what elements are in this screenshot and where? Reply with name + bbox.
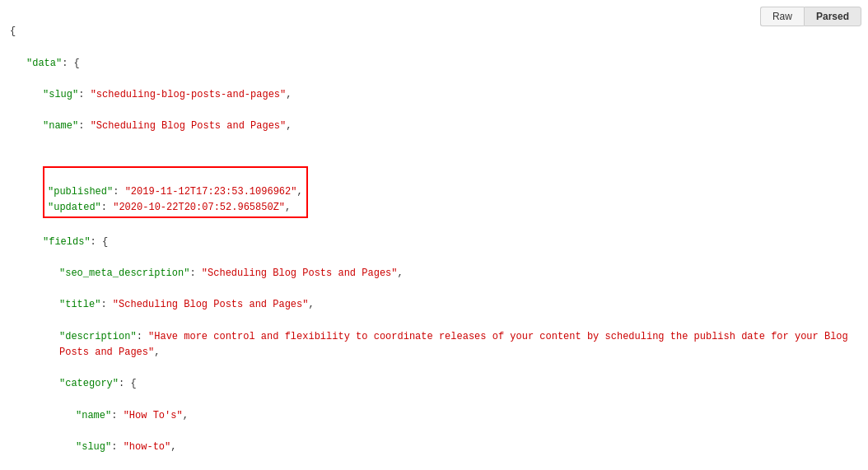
line-cat-name: "name": "How To's", [76, 408, 858, 424]
raw-button[interactable]: Raw [760, 7, 804, 26]
parsed-button[interactable]: Parsed [804, 7, 861, 26]
toolbar: Raw Parsed [760, 7, 861, 26]
line-cat-slug: "slug": "how-to", [76, 440, 858, 455]
line-slug: "slug": "scheduling-blog-posts-and-pages… [43, 87, 858, 103]
line-fields-open: "fields": { [43, 235, 858, 250]
line-highlighted: "published": "2019-11-12T17:23:53.109696… [10, 151, 858, 219]
line-category-open: "category": { [59, 376, 858, 392]
line-open-brace: { [10, 24, 858, 40]
line-data: "data": { [26, 56, 858, 72]
json-content: { "data": { "slug": "scheduling-blog-pos… [0, 0, 868, 470]
line-seo: "seo_meta_description": "Scheduling Blog… [59, 266, 858, 282]
line-description: "description": "Have more control and fl… [59, 329, 858, 361]
line-name: "name": "Scheduling Blog Posts and Pages… [43, 119, 858, 134]
line-title: "title": "Scheduling Blog Posts and Page… [59, 297, 858, 313]
